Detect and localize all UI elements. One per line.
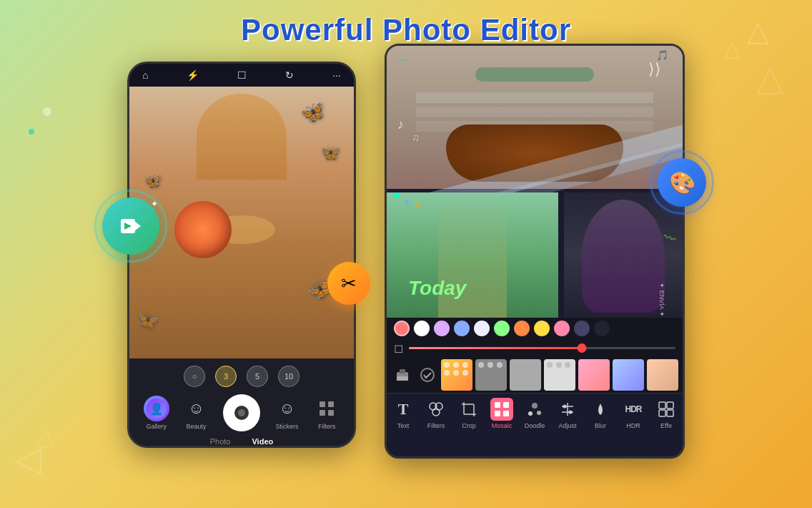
mosaic-tool[interactable]: Mosaic — [490, 398, 513, 429]
blur-label: Blur — [595, 422, 606, 429]
adjust-tool[interactable]: Adjust — [556, 398, 579, 429]
adjust-svg — [560, 401, 575, 417]
hair-shape — [197, 94, 287, 180]
dot — [478, 362, 484, 368]
svg-rect-20 — [503, 402, 509, 408]
timer-5-btn[interactable]: 5 — [247, 366, 268, 387]
frame-icon: ☐ — [237, 69, 247, 81]
brush-size-slider[interactable] — [409, 347, 675, 349]
dot — [453, 370, 459, 376]
svg-rect-32 — [667, 402, 673, 409]
text-label: Text — [397, 422, 410, 429]
beauty-label: Beauty — [186, 423, 206, 430]
texture-dots-grey[interactable] — [475, 359, 507, 391]
svg-rect-33 — [659, 410, 665, 416]
dot — [444, 362, 450, 368]
filters-tool[interactable]: Filters — [425, 398, 447, 429]
record-icon — [223, 394, 260, 431]
donut-ball — [174, 201, 232, 258]
video-mode[interactable]: Video — [252, 437, 273, 446]
color-dot-white[interactable] — [414, 321, 430, 336]
color-dot-lavender[interactable] — [434, 321, 450, 336]
timer-10-btn[interactable]: 10 — [278, 366, 299, 387]
color-dot-red[interactable] — [394, 321, 410, 336]
texture-floral-1[interactable] — [578, 359, 610, 391]
stickers-button[interactable]: ☺ Stickers — [274, 396, 300, 430]
text-icon: T — [392, 398, 415, 421]
svg-rect-22 — [503, 411, 509, 416]
blur-tool[interactable]: Blur — [589, 398, 612, 429]
hdr-tool[interactable]: HDR HDR — [622, 398, 645, 429]
color-dot-blue[interactable] — [454, 321, 470, 336]
timer-3-btn[interactable]: 3 — [215, 366, 237, 387]
record-button[interactable] — [223, 394, 260, 431]
scissors-icon: ✂ — [341, 273, 357, 295]
eraser-tool[interactable] — [391, 359, 413, 391]
camera-bottom: ○ 3 5 10 👤 Gallery — [129, 358, 354, 448]
effects-svg — [658, 401, 674, 417]
dot — [556, 362, 562, 368]
right-phone: ⋯ 🎵 ⟩⟩ Today — [385, 44, 685, 459]
music-note-2: ♫ — [412, 132, 420, 143]
palette-button[interactable]: 🎨 — [658, 158, 706, 207]
svg-rect-34 — [667, 410, 673, 416]
doodle-tool[interactable]: Doodle — [523, 398, 546, 429]
color-dot-green[interactable] — [494, 321, 510, 336]
color-dot-darkest[interactable] — [594, 321, 610, 336]
color-dot-orange[interactable] — [514, 321, 530, 336]
texture-white-dots — [544, 359, 575, 371]
scissors-button[interactable]: ✂ — [327, 262, 370, 305]
right-phone-wrapper: 🎨 — [385, 44, 685, 459]
effects-tool[interactable]: Effe — [655, 398, 678, 429]
butterfly-left: 🦋 — [144, 172, 162, 190]
dot — [444, 370, 450, 376]
svg-point-29 — [563, 405, 567, 409]
gallery-label: Gallery — [147, 423, 167, 430]
mosaic-icon — [490, 398, 513, 421]
dot — [462, 362, 468, 368]
beauty-button[interactable]: ☺ Beauty — [183, 396, 209, 430]
floating-video-button[interactable]: ✦ — [102, 197, 159, 255]
adjust-label: Adjust — [558, 422, 576, 429]
texture-dots-orange[interactable] — [441, 359, 472, 391]
svg-marker-1 — [135, 222, 141, 230]
texture-white[interactable] — [544, 359, 575, 391]
svg-rect-9 — [400, 369, 405, 373]
filters-tool-icon — [425, 398, 447, 421]
text-tool[interactable]: T Text — [392, 398, 415, 429]
texture-floral-2[interactable] — [613, 359, 644, 391]
brush-slider-row: ◻ — [387, 339, 683, 357]
svg-rect-14 — [464, 404, 474, 414]
color-dot-white2[interactable] — [474, 321, 490, 336]
color-dot-yellow[interactable] — [534, 321, 550, 336]
gallery-icon: 👤 — [144, 396, 169, 421]
check-svg — [420, 368, 435, 382]
svg-point-23 — [528, 411, 533, 416]
slider-thumb[interactable] — [578, 343, 587, 353]
home-icon: ⌂ — [142, 69, 148, 81]
shirt-stripe-2 — [416, 107, 653, 117]
woman-silhouette — [582, 200, 665, 313]
svg-rect-31 — [659, 402, 665, 409]
filters-svg — [428, 401, 444, 417]
texture-light-grey[interactable] — [510, 359, 541, 391]
filters-icon — [314, 396, 340, 421]
photo-mode[interactable]: Photo — [210, 437, 231, 446]
color-dot-dark[interactable] — [574, 321, 590, 336]
gallery-button[interactable]: 👤 Gallery — [144, 396, 169, 430]
eraser-svg — [395, 366, 410, 384]
flash-icon: ⚡ — [187, 69, 199, 81]
texture-pattern-3[interactable] — [647, 359, 678, 391]
adjust-icon — [556, 398, 579, 421]
filters-button[interactable]: Filters — [314, 396, 340, 430]
timer-off-btn[interactable]: ○ — [184, 366, 205, 387]
effects-label: Effe — [660, 422, 672, 429]
confirm-tool[interactable] — [416, 359, 438, 391]
arrow-deco: ⟩⟩ — [648, 60, 661, 79]
deco-dots-left: ⋯ — [397, 53, 409, 67]
crop-tool[interactable]: Crop — [457, 398, 480, 429]
doodle-icon — [523, 398, 546, 421]
color-dot-pink[interactable] — [554, 321, 570, 336]
mode-row: Photo Video — [129, 436, 354, 448]
music-note-1: ♪ — [397, 117, 404, 132]
